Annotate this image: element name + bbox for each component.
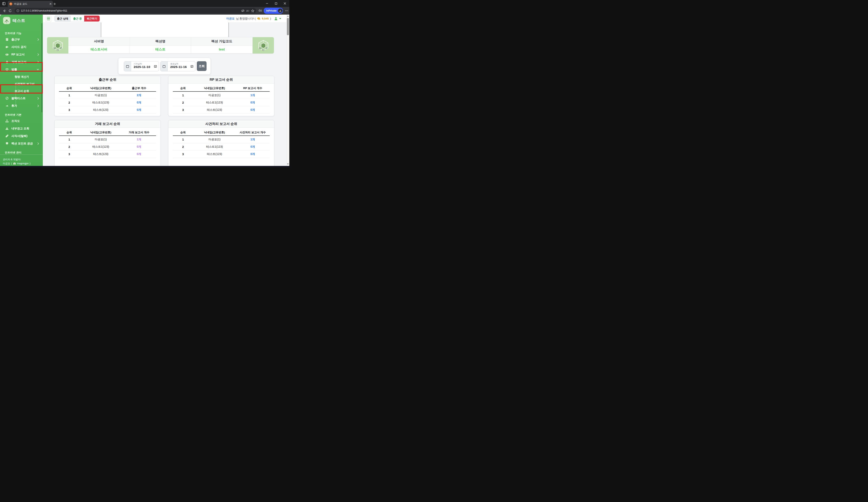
inprivate-badge[interactable]: InPrivate [264,8,283,14]
paren: ( [11,161,12,166]
server-info-banner: MPG 서버명 팩션명 팩션 가입코드 테스트서버 테스트 test MPG [47,37,274,54]
back-icon[interactable] [2,8,7,13]
close-button[interactable] [280,0,289,7]
scrollbar-thumb[interactable] [287,18,289,35]
sidebar-section-admin: 인트라넷 관리 [0,150,43,155]
settings-more-icon[interactable] [284,8,289,13]
start-date-value: 2025-11-10 [134,65,150,69]
card-title: 출근부 순위 [54,76,161,84]
coin-icon [257,17,260,20]
gamepad-icon [5,53,9,56]
refresh-icon[interactable] [7,8,13,13]
sidebar-item-label: 휴가 [11,104,34,108]
sidebar-item-attendance[interactable]: 출근부 [0,36,43,43]
rank-table: 순위닉네임(고유번호)출근부 개수 1마공포(1)2개 2테스트1(123)0개… [59,85,156,114]
sidebar-item-warning-lookup[interactable]: 내부경고 조회 [0,125,43,132]
new-tab-button[interactable] [52,2,57,6]
sidebar-subitem-sentence-calc[interactable]: 형량 계산기 [0,73,43,80]
sidebar-item-rp-report[interactable]: RP 보고서 [0,51,43,58]
read-aloud-icon[interactable]: A [246,9,250,12]
sidebar-item-faction-points[interactable]: 팩션 포인트 공금 [0,140,43,147]
browser-tab-strip: 마공포 코드 [0,0,289,7]
welcome-text: 님 환영합니다! ( [236,17,256,20]
end-date-value: 2025-11-16 [170,65,187,69]
profile-avatar [278,9,282,13]
clock-out-button[interactable]: 퇴근하기 [84,15,100,21]
svg-text:A: A [246,10,248,12]
col-count: 거래 보고서 개수 [122,129,156,136]
sidebar-item-vacation[interactable]: 휴가 [0,102,43,109]
card-title: 사건처리 보고서 순위 [168,120,274,128]
tab-workspaces-icon[interactable] [2,1,6,6]
date-picker-icon[interactable] [154,65,157,68]
sidebar-item-label: 내부경고 조회 [11,127,39,130]
profile-person-icon[interactable] [274,17,278,20]
scroll-up-icon[interactable] [287,15,289,17]
sidebar-item-side-notice[interactable]: 사이드 공지 [0,43,43,51]
working-status-badge: 출근 중 [71,15,84,21]
user-area: 마공포님 환영합니다! ( 9,545) [226,17,281,20]
chevron-right-icon [37,61,39,63]
tracking-prevention-icon[interactable] [241,9,245,12]
sidebar-item-blacklist[interactable]: 블랙리스트 [0,95,43,102]
sitemap-icon [5,119,9,123]
sidebar-scrollbar[interactable] [41,23,42,112]
favorites-list-icon[interactable] [258,9,262,12]
col-rank: 순위 [59,129,79,136]
browser-tab[interactable]: 마공포 코드 [8,1,53,7]
attendance-rank-card: 출근부 순위 순위닉네임(고유번호)출근부 개수 1마공포(1)2개 2테스트1… [54,76,161,116]
window-controls [262,0,289,7]
faction-code-header: 팩션 가입코드 [191,37,252,45]
chevron-down-icon [37,69,39,70]
minimize-button[interactable] [262,0,271,7]
sidebar-item-label: 출근부 [11,38,34,41]
sidebar-item-resignation[interactable]: 사직서(탈퇴) [0,132,43,140]
svg-text:$: $ [7,61,7,63]
menu-toggle-button[interactable] [45,15,52,22]
url-bar[interactable]: 127.0.0.1:8080/service/intranet?gNo=911 … [14,8,257,14]
table-row: 2테스트1(123)0개 [59,143,156,150]
sidebar-item-law[interactable]: 법률 [0,66,43,73]
sidebar-item-label: 법률 [11,68,34,71]
faction-logo-icon: MPG [252,37,274,54]
search-button[interactable]: 조회 [197,61,207,71]
start-date-input[interactable]: 시작날짜 2025-11-10 [131,61,159,71]
sidebar-item-label: 사이드 공지 [11,45,39,49]
sidebar-subitem-report-rank[interactable]: 보고서 순위 [0,87,43,95]
table-row: 2테스트1(123)0개 [173,143,270,150]
table-row: 1마공포(1)1개 [173,92,270,99]
end-date-input[interactable]: 종료날짜 2025-11-16 [168,61,195,71]
notice-frame [101,22,229,38]
chevron-right-icon [37,104,39,107]
svg-text:P: P [8,21,9,22]
page-scrollbar[interactable] [287,14,289,166]
col-nickname: 닉네임(고유번호) [79,85,122,92]
main-content: MPG 서버명 팩션명 팩션 가입코드 테스트서버 테스트 test MPG [43,22,287,167]
megaphone-icon [5,45,9,49]
sidebar-item-label: 블랙리스트 [11,96,34,100]
tab-close-icon[interactable] [50,3,52,5]
date-filter-card: 시작날짜 2025-11-10 종료날짜 2025-11-16 조회 [118,58,210,74]
discord-icon [13,163,16,165]
scroll-down-icon[interactable] [287,164,289,165]
faction-code-value: test [191,45,252,54]
sidebar-item-org-chart[interactable]: 조직도 [0,117,43,125]
date-picker-icon[interactable] [190,65,193,68]
server-name-value: 테스트서버 [69,45,130,54]
pen-icon [5,134,9,138]
faction-logo-icon: MPG [47,37,69,54]
favorite-star-icon[interactable] [251,9,254,12]
col-nickname: 닉네임(고유번호) [79,129,122,136]
sidebar-item-trade-report[interactable]: $ 거래 보고서 [0,58,43,66]
svg-text:G: G [56,49,59,51]
col-nickname: 닉네임(고유번호) [193,85,236,92]
sidebar-item-label: 형량 계산기 [14,75,29,79]
sidebar-header: MPG 테스트 [0,14,43,26]
maximize-button[interactable] [271,0,280,7]
sidebar-subitem-case-report[interactable]: 사건처리 보고서 [0,80,43,87]
site-info-icon[interactable] [17,9,19,12]
money-bag-icon: $ [5,60,9,64]
profile-caret-icon[interactable] [279,18,281,19]
svg-text:M: M [259,46,261,50]
admin-developer-label: 관리자 & 개발자: [3,157,43,161]
